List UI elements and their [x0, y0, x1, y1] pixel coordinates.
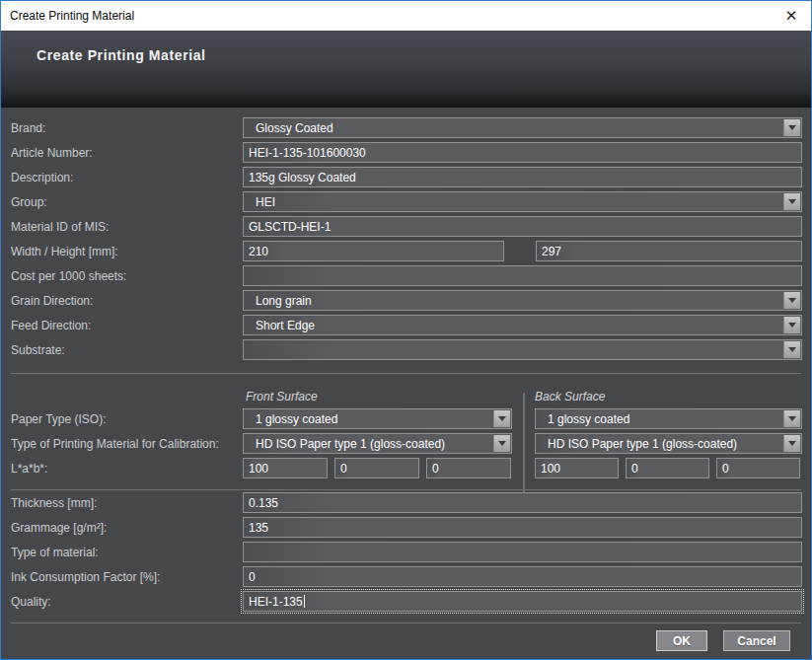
- width-height-label: Width / Height [mm]:: [11, 245, 243, 258]
- lab-back-group: [535, 458, 802, 478]
- brand-label: Brand:: [11, 121, 243, 135]
- chevron-down-icon[interactable]: [783, 119, 800, 136]
- grammage-label: Grammage [g/m²]:: [11, 521, 243, 535]
- calibration-front-select[interactable]: HD ISO Paper type 1 (gloss-coated): [243, 433, 512, 454]
- dialog-header-banner: Create Printing Material: [1, 31, 811, 108]
- quality-label: Quality:: [11, 595, 243, 609]
- lab-front-b-input[interactable]: [426, 458, 511, 478]
- lab-back-a-input[interactable]: [626, 458, 709, 478]
- grain-direction-row: Grain Direction: Long grain: [11, 288, 801, 313]
- material-id-label: Material ID of MIS:: [11, 220, 243, 234]
- article-number-label: Article Number:: [11, 146, 243, 160]
- type-of-material-row: Type of material:: [11, 540, 801, 564]
- ok-button[interactable]: OK: [656, 630, 707, 651]
- feed-direction-label: Feed Direction:: [11, 319, 243, 332]
- paper-type-back-value: 1 glossy coated: [548, 412, 629, 426]
- thickness-input[interactable]: [243, 492, 802, 513]
- dialog-body: Brand: Glossy Coated Article Number: Des…: [1, 108, 811, 651]
- group-row: Group: HEI: [11, 189, 801, 214]
- lab-front-l-input[interactable]: [243, 458, 328, 478]
- description-row: Description:: [11, 165, 801, 189]
- brand-select[interactable]: Glossy Coated: [243, 117, 802, 138]
- paper-type-label: Paper Type (ISO):: [11, 412, 243, 426]
- quality-row: Quality: HEI-1-135: [11, 589, 801, 614]
- dialog-heading: Create Printing Material: [37, 47, 811, 63]
- substrate-row: Substrate:: [11, 337, 801, 362]
- surface-headers: Front Surface Back Surface: [11, 387, 801, 406]
- create-printing-material-dialog: Create Printing Material ✕ Create Printi…: [0, 0, 812, 660]
- material-id-row: Material ID of MIS:: [11, 214, 801, 239]
- paper-type-row: Paper Type (ISO): 1 glossy coated 1 glos…: [11, 406, 801, 431]
- front-back-divider: [523, 393, 525, 499]
- grain-direction-value: Long grain: [256, 294, 312, 308]
- text-caret: [304, 595, 305, 608]
- chevron-down-icon[interactable]: [783, 292, 800, 309]
- front-surface-header: Front Surface: [243, 390, 512, 403]
- dialog-footer: OK Cancel: [11, 623, 801, 651]
- calibration-front-value: HD ISO Paper type 1 (gloss-coated): [256, 437, 445, 451]
- group-label: Group:: [11, 195, 243, 209]
- cancel-button[interactable]: Cancel: [723, 630, 790, 651]
- chevron-down-icon[interactable]: [783, 193, 800, 210]
- grain-direction-select[interactable]: Long grain: [243, 290, 802, 311]
- group-select[interactable]: HEI: [243, 191, 802, 212]
- type-of-material-label: Type of material:: [11, 546, 243, 559]
- material-id-input[interactable]: [243, 216, 802, 237]
- lab-row: L*a*b*:: [11, 456, 801, 480]
- chevron-down-icon[interactable]: [783, 410, 800, 427]
- ink-consumption-label: Ink Consumption Factor [%]:: [11, 570, 243, 584]
- paper-type-front-value: 1 glossy coated: [256, 412, 337, 426]
- group-value: HEI: [256, 195, 275, 209]
- calibration-row: Type of Printing Material for Calibratio…: [11, 431, 801, 456]
- lab-label: L*a*b*:: [11, 462, 243, 476]
- brand-value: Glossy Coated: [256, 121, 333, 135]
- quality-input[interactable]: HEI-1-135: [243, 591, 802, 612]
- article-number-row: Article Number:: [11, 140, 801, 165]
- cost-label: Cost per 1000 sheets:: [11, 269, 243, 283]
- chevron-down-icon[interactable]: [783, 317, 800, 333]
- chevron-down-icon[interactable]: [783, 435, 800, 452]
- calibration-back-value: HD ISO Paper type 1 (gloss-coated): [548, 437, 737, 451]
- article-number-input[interactable]: [243, 142, 802, 163]
- grain-direction-label: Grain Direction:: [11, 294, 243, 308]
- close-icon[interactable]: ✕: [772, 1, 811, 31]
- lab-front-a-input[interactable]: [334, 458, 419, 478]
- calibration-back-select[interactable]: HD ISO Paper type 1 (gloss-coated): [535, 433, 802, 454]
- window-titlebar[interactable]: Create Printing Material ✕: [1, 1, 811, 31]
- window-title: Create Printing Material: [10, 9, 134, 23]
- lab-back-b-input[interactable]: [716, 458, 800, 478]
- ink-consumption-input[interactable]: [243, 566, 802, 587]
- description-label: Description:: [11, 171, 243, 184]
- calibration-label: Type of Printing Material for Calibratio…: [11, 437, 243, 451]
- back-surface-header: Back Surface: [535, 390, 605, 403]
- chevron-down-icon[interactable]: [783, 341, 800, 358]
- thickness-label: Thickness [mm]:: [11, 496, 243, 510]
- brand-row: Brand: Glossy Coated: [11, 115, 801, 140]
- thickness-row: Thickness [mm]:: [11, 490, 801, 515]
- lab-back-l-input[interactable]: [535, 458, 619, 478]
- cost-input[interactable]: [243, 265, 802, 286]
- ink-consumption-row: Ink Consumption Factor [%]:: [11, 564, 801, 589]
- surfaces-section: Front Surface Back Surface Paper Type (I…: [11, 387, 801, 480]
- paper-type-back-select[interactable]: 1 glossy coated: [535, 408, 802, 429]
- description-input[interactable]: [243, 167, 802, 187]
- substrate-select[interactable]: [243, 339, 802, 360]
- type-of-material-input[interactable]: [243, 542, 802, 562]
- feed-direction-row: Feed Direction: Short Edge: [11, 313, 801, 337]
- feed-direction-select[interactable]: Short Edge: [243, 315, 802, 335]
- width-input[interactable]: [243, 241, 504, 261]
- lab-front-group: [243, 458, 512, 478]
- quality-value: HEI-1-135: [249, 595, 303, 609]
- width-height-row: Width / Height [mm]:: [11, 239, 801, 263]
- height-input[interactable]: [536, 241, 802, 261]
- chevron-down-icon[interactable]: [493, 410, 510, 427]
- section-separator: [11, 373, 801, 374]
- grammage-input[interactable]: [243, 517, 802, 538]
- grammage-row: Grammage [g/m²]:: [11, 515, 801, 540]
- chevron-down-icon[interactable]: [493, 435, 510, 452]
- paper-type-front-select[interactable]: 1 glossy coated: [243, 408, 512, 429]
- cost-row: Cost per 1000 sheets:: [11, 263, 801, 288]
- feed-direction-value: Short Edge: [256, 319, 315, 332]
- substrate-label: Substrate:: [11, 343, 243, 357]
